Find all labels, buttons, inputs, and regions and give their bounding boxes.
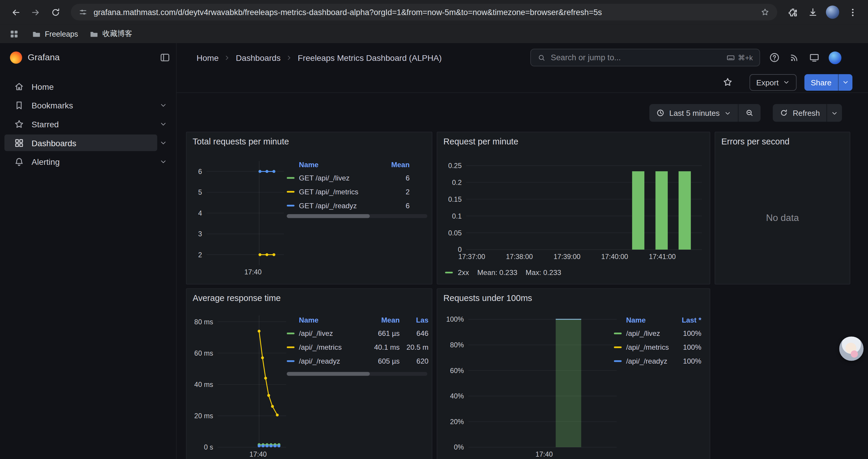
series-color-dash xyxy=(614,333,622,334)
legend-row[interactable]: /api/_/readyz 605 µs 620 xyxy=(287,354,429,368)
legend-row[interactable]: 2xx Mean: 0.233 Max: 0.233 xyxy=(445,268,561,277)
panel-title[interactable]: Average response time xyxy=(193,293,281,303)
panel-title[interactable]: Request per minute xyxy=(443,137,518,147)
legend-table: Name Mean Las /api/_/livez 661 µs 646 xyxy=(287,314,429,368)
favorite-star-icon[interactable] xyxy=(723,77,733,88)
news-rss-icon[interactable] xyxy=(789,52,800,63)
svg-text:17:40: 17:40 xyxy=(535,451,553,458)
zoom-out-button[interactable] xyxy=(739,104,761,122)
help-icon[interactable] xyxy=(769,52,780,63)
chevron-down-icon xyxy=(842,78,849,86)
bar-chart[interactable]: 0.250.20.150.10.05017:37:0017:38:0017:39… xyxy=(442,155,707,265)
scrollbar-thumb[interactable] xyxy=(287,214,370,218)
legend-table: Name Last * /api/_/livez 100% /api/_/met… xyxy=(614,314,705,368)
legend-line: 2xx Mean: 0.233 Max: 0.233 xyxy=(445,268,561,277)
svg-text:3: 3 xyxy=(198,230,202,238)
forward-button[interactable] xyxy=(27,4,44,21)
legend-scrollbar[interactable] xyxy=(287,214,428,218)
svg-text:4: 4 xyxy=(198,209,202,217)
search-placeholder: Search or jump to... xyxy=(551,53,721,62)
sidebar-item-bookmarks[interactable]: Bookmarks xyxy=(0,96,176,114)
bookmark-folder-freeleaps[interactable]: Freeleaps xyxy=(26,27,84,41)
series-color-dash xyxy=(614,360,622,362)
svg-text:80 ms: 80 ms xyxy=(194,318,213,326)
panel-title[interactable]: Errors per second xyxy=(721,137,789,147)
sidebar-item-home[interactable]: Home xyxy=(0,77,176,96)
floating-avatar-overlay[interactable] xyxy=(839,336,864,361)
scrollbar-thumb[interactable] xyxy=(287,372,370,376)
chevron-down-icon[interactable] xyxy=(159,101,167,109)
legend-scrollbar[interactable] xyxy=(287,372,428,376)
legend-row[interactable]: /api/_/metrics 100% xyxy=(614,340,701,354)
bookmark-star-icon[interactable] xyxy=(758,6,772,19)
svg-text:0.15: 0.15 xyxy=(448,196,462,203)
svg-text:80%: 80% xyxy=(450,341,464,349)
downloads-icon[interactable] xyxy=(804,4,821,21)
legend-header[interactable]: Name Mean xyxy=(287,158,410,171)
bell-icon xyxy=(14,156,25,167)
legend-row[interactable]: /api/_/livez 661 µs 646 xyxy=(287,326,429,340)
user-avatar[interactable] xyxy=(829,51,841,64)
browser-menu-icon[interactable] xyxy=(844,4,861,21)
refresh-button[interactable]: Refresh xyxy=(773,104,827,122)
extensions-icon[interactable] xyxy=(784,4,801,21)
apps-grid-icon[interactable] xyxy=(9,28,20,39)
series-color-dash xyxy=(287,177,294,179)
sidebar-item-alerting[interactable]: Alerting xyxy=(0,152,176,171)
chevron-down-icon[interactable] xyxy=(159,158,167,165)
no-data-message: No data xyxy=(715,213,850,224)
panel-avg-response-time: Average response time 80 ms60 ms40 ms20 … xyxy=(186,288,433,459)
legend-row[interactable]: /api/_/readyz 100% xyxy=(614,354,701,368)
site-info-icon[interactable] xyxy=(76,6,90,19)
refresh-icon xyxy=(779,108,788,117)
share-menu-toggle[interactable] xyxy=(838,74,852,90)
series-color-dash xyxy=(287,347,294,348)
legend-row[interactable]: GET /api/_/readyz 6 xyxy=(287,199,410,213)
browser-profile-avatar[interactable] xyxy=(826,6,839,19)
svg-text:17:37:00: 17:37:00 xyxy=(458,253,485,261)
timeseries-chart[interactable]: 6543217:40 xyxy=(191,156,287,281)
refresh-interval-toggle[interactable] xyxy=(827,104,842,122)
bar-chart[interactable]: 100%80%60%40%20%0%17:40 xyxy=(442,309,622,459)
timeseries-chart[interactable]: 80 ms60 ms40 ms20 ms0 s17:40 xyxy=(191,309,289,459)
legend-header[interactable]: Name Mean Las xyxy=(287,314,429,327)
back-button[interactable] xyxy=(7,4,24,21)
chevron-down-icon[interactable] xyxy=(159,139,167,146)
active-highlight xyxy=(4,134,157,151)
bookmark-folder-blogs[interactable]: 收藏博客 xyxy=(84,27,138,41)
export-button[interactable]: Export xyxy=(749,74,796,90)
sidebar-item-starred[interactable]: Starred xyxy=(0,114,176,133)
panel-title[interactable]: Total requests per minute xyxy=(193,137,289,147)
legend-row[interactable]: GET /api/_/metrics 2 xyxy=(287,185,410,199)
chevron-down-icon xyxy=(831,109,838,117)
legend-row[interactable]: /api/_/metrics 40.1 ms 20.5 m xyxy=(287,340,429,354)
search-input[interactable]: Search or jump to... ⌘+k xyxy=(530,49,760,66)
breadcrumb-home[interactable]: Home xyxy=(196,53,219,62)
legend-row[interactable]: /api/_/livez 100% xyxy=(614,326,701,340)
series-color-dash xyxy=(445,272,453,273)
grafana-logo[interactable] xyxy=(10,52,22,64)
panel-requests-under-100ms: Requests under 100ms 100%80%60%40%20%0%1… xyxy=(437,288,710,459)
reload-button[interactable] xyxy=(47,4,64,21)
chevron-down-icon[interactable] xyxy=(159,120,167,128)
url-bar[interactable]: grafana.mathmast.com/d/deytv4rwavabkb/fr… xyxy=(71,4,777,21)
panel-errors-per-second: Errors per second No data xyxy=(715,132,850,285)
legend-rows: /api/_/livez 661 µs 646 /api/_/metrics 4… xyxy=(287,326,429,368)
legend-header[interactable]: Name Last * xyxy=(614,314,701,327)
breadcrumb: Home Dashboards Freeleaps Metrics Dashbo… xyxy=(196,43,442,72)
sidebar-item-dashboards[interactable]: Dashboards xyxy=(0,133,176,153)
breadcrumb-dashboards[interactable]: Dashboards xyxy=(236,53,281,62)
panel-request-per-minute: Request per minute 0.250.20.150.10.05017… xyxy=(437,132,710,285)
share-button[interactable]: Share xyxy=(804,74,852,90)
legend-row[interactable]: GET /api/_/livez 6 xyxy=(287,171,410,185)
time-range-picker[interactable]: Last 5 minutes xyxy=(649,104,738,122)
panel-title[interactable]: Requests under 100ms xyxy=(443,293,532,303)
star-icon xyxy=(14,119,25,129)
monitor-icon[interactable] xyxy=(809,52,819,63)
svg-text:17:40:00: 17:40:00 xyxy=(601,253,628,261)
series-color-dash xyxy=(287,191,294,193)
series-color-dash xyxy=(287,333,294,334)
sidebar-toggle-icon[interactable] xyxy=(159,52,170,63)
dashboard-toolbar: Export Share xyxy=(177,72,868,93)
svg-text:5: 5 xyxy=(198,189,202,196)
